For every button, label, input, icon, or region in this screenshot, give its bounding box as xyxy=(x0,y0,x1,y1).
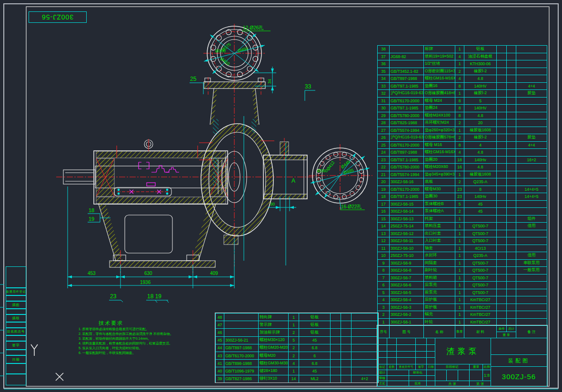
table-cell: 8 xyxy=(455,105,464,112)
table-cell xyxy=(516,149,547,157)
table-cell: 加油标示牌 xyxy=(259,329,289,336)
tech-requirement-line: 1. 所有零部件必须经检验合格后方可进行装配。 xyxy=(79,327,203,332)
table-row: 3300ZJ-56-3前护板1KmTBCr27 xyxy=(378,304,547,312)
table-cell xyxy=(497,142,507,149)
tb-process: 工艺 xyxy=(377,381,387,387)
tb-approve: 批准 xyxy=(409,381,427,387)
table-cell xyxy=(387,352,397,358)
table-cell xyxy=(397,338,416,345)
table-cell xyxy=(507,178,516,186)
table-cell: GB/T898-1988 xyxy=(224,360,259,367)
table-cell xyxy=(516,319,547,326)
table-cell xyxy=(497,208,507,216)
table-cell: GB/T97.1-1985 xyxy=(390,157,424,164)
table-cell xyxy=(497,75,507,83)
table-cell xyxy=(341,329,351,336)
table-cell: 1 xyxy=(378,319,390,326)
table-cell: QT500-7 xyxy=(464,282,497,289)
table-row: 35GB/T3452.1-82O形密封圈115×3.552橡胶Ⅰ-2 xyxy=(378,68,547,76)
table-cell xyxy=(416,345,427,352)
table-row xyxy=(378,352,435,358)
table-cell: 填料19×19×502 xyxy=(424,53,455,61)
table-row: 24GB/T897-1988螺柱GM16-M16X7044.8 xyxy=(378,149,547,157)
table-row: 16300ZJ-56-14泵体螺栓A245 xyxy=(378,208,547,216)
table-cell: 入口衬套 xyxy=(424,237,455,245)
table-row: 11300ZJ-56-10轴套14Cr13 xyxy=(378,245,547,253)
table-cell xyxy=(387,345,397,352)
table-cell xyxy=(507,223,516,230)
table-cell: 5 xyxy=(289,337,299,344)
table-cell: 1 xyxy=(455,252,464,260)
table-cell: 30 xyxy=(378,105,390,112)
table-cell: 35 xyxy=(378,68,390,76)
table-cell: 4 xyxy=(464,142,497,149)
table-cell: 19 xyxy=(378,186,390,194)
table-row: 29GB/T5780-2000螺栓M24X10084.8 xyxy=(378,112,547,120)
table-row: 46加油标示牌2铝板 xyxy=(216,329,378,336)
table-cell: 16 xyxy=(378,208,390,216)
table-cell: 23 xyxy=(455,193,464,201)
table-cell xyxy=(351,352,378,360)
table-cell: 300ZJ-56-14 xyxy=(390,208,424,216)
table-cell: O形橡胶圈578×6 xyxy=(424,134,455,142)
dim-label: Ø350 xyxy=(317,168,328,173)
table-cell xyxy=(416,338,427,345)
dim-label: Ø410 xyxy=(220,56,231,66)
table-row: 9300ZJ-56-9间隔套1QT500-7串联泵用 xyxy=(378,260,547,267)
table-cell xyxy=(516,105,547,112)
callout-label: 18 19 xyxy=(147,293,161,300)
table-cell: QT500-7 xyxy=(464,260,497,267)
table-cell: 一般泵用 xyxy=(516,267,547,274)
table-cell: 螺柱GM30-M30X95 xyxy=(259,360,289,367)
table-cell: 间隔套 xyxy=(424,260,455,267)
table-cell: GB/T6170-2000 xyxy=(390,142,424,149)
table-cell: 26 xyxy=(378,134,390,142)
table-cell xyxy=(516,178,547,186)
table-cell: 6.8 xyxy=(299,344,331,352)
table-cell: 1 xyxy=(455,304,464,312)
table-cell xyxy=(341,344,351,352)
table-row: 13300ZJ-56-12出口衬套1QT500-7 xyxy=(378,230,547,238)
table-cell: QT500-7 xyxy=(464,230,497,238)
table-cell: 铝板 xyxy=(299,329,331,336)
table-cell: 标牌 xyxy=(424,46,455,53)
table-cell: 后护板 xyxy=(424,296,455,304)
parts-list-table: 38标牌1铝板37JG68-82填料19×19×5024油浸石棉盘根361/2″… xyxy=(377,45,547,326)
table-cell: 45 xyxy=(464,201,497,208)
table-row: 48转向牌1铝板 xyxy=(216,314,378,321)
table-cell: 1 xyxy=(455,282,464,289)
table-cell: 铆钉3X10 xyxy=(259,375,289,383)
table-cell: 250ZJ-75-10 xyxy=(390,252,424,260)
table-cell: 32 xyxy=(378,90,390,98)
table-cell: 键28×180 xyxy=(259,367,289,375)
table-cell: 6.8 xyxy=(299,360,331,367)
table-cell: 140HV xyxy=(464,105,497,112)
table-cell xyxy=(497,178,507,186)
table-cell xyxy=(516,296,547,304)
table-cell: 1 xyxy=(455,274,464,282)
table-cell xyxy=(497,260,507,267)
table-cell: 47 xyxy=(216,321,224,329)
table-row: 45300ZJ-56-21螺栓M30×120545 xyxy=(216,337,378,344)
table-cell: 140Hv xyxy=(464,193,497,201)
table-cell: GB/T6170-2000 xyxy=(390,98,424,105)
table-row: 41GB/T898-1988螺柱GM30-M30X9546.8 xyxy=(216,360,378,367)
table-cell: 1 xyxy=(289,314,299,321)
table-cell: 37 xyxy=(378,53,390,61)
table-cell: 250ZJ-75-14 xyxy=(390,223,424,230)
table-cell: 6 xyxy=(378,282,390,289)
tb-sheets-total: 共 张 xyxy=(435,381,470,387)
table-cell: GB/T5574-1994 xyxy=(390,127,424,135)
table-cell: 吊环螺钉M24 xyxy=(424,119,455,127)
ucs-icon xyxy=(31,344,63,381)
tb-blank xyxy=(469,370,483,381)
table-cell: 46 xyxy=(216,329,224,336)
table-row: 32沪Q/HG16-019-63O形橡胶圈418×61橡胶Ⅰ-2胶垫 xyxy=(378,90,547,98)
table-row: 47警示牌1铝板 xyxy=(216,321,378,329)
table-cell xyxy=(497,83,507,90)
table-cell: O形密封圈115×3.55 xyxy=(424,68,455,76)
col-header-remark: 备 注 xyxy=(516,325,547,338)
table-cell xyxy=(497,112,507,120)
table-cell xyxy=(507,201,516,208)
table-cell: 9 xyxy=(378,260,390,267)
